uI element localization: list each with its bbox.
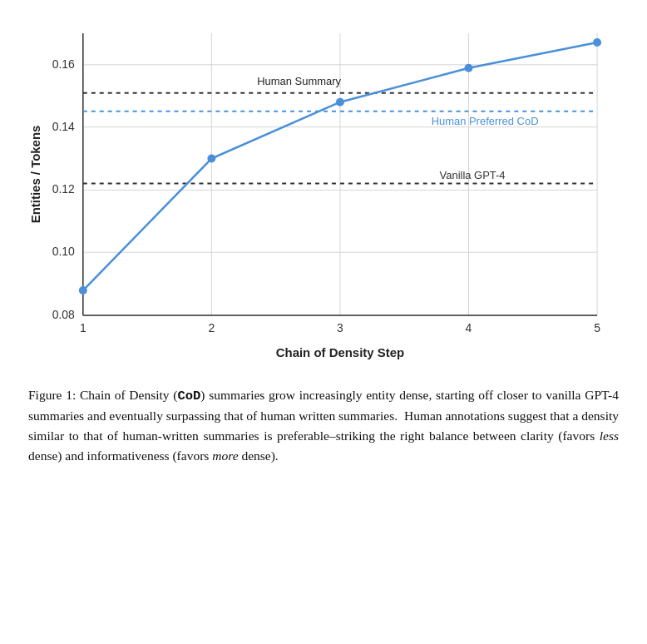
human-preferred-cod-label: Human Preferred CoD xyxy=(432,115,539,127)
less-italic: less xyxy=(600,429,619,443)
cod-point-2 xyxy=(207,155,215,163)
line-chart: 0.08 0.10 0.12 0.14 0.16 1 2 3 4 5 Chain… xyxy=(25,17,622,365)
cod-abbrev: CoD xyxy=(177,389,200,404)
y-tick-012: 0.12 xyxy=(52,182,75,196)
more-italic: more xyxy=(212,448,238,463)
y-tick-010: 0.10 xyxy=(52,245,75,258)
y-axis-label: Entities / Tokens xyxy=(28,126,42,224)
cod-point-3 xyxy=(336,98,344,107)
cod-point-1 xyxy=(79,286,87,295)
x-tick-4: 4 xyxy=(466,321,472,334)
x-tick-1: 1 xyxy=(80,321,86,334)
vanilla-gpt4-label: Vanilla GPT-4 xyxy=(440,169,506,181)
x-tick-5: 5 xyxy=(594,321,600,334)
human-summary-label: Human Summary xyxy=(257,75,341,87)
figure-caption: Figure 1: Chain of Density (CoD) summari… xyxy=(25,385,622,466)
x-tick-2: 2 xyxy=(208,321,215,334)
x-tick-3: 3 xyxy=(337,321,343,334)
y-tick-014: 0.14 xyxy=(52,120,75,133)
figure-label: Figure 1: xyxy=(28,388,76,402)
cod-point-4 xyxy=(465,64,473,72)
cod-point-5 xyxy=(593,38,601,47)
y-tick-016: 0.16 xyxy=(52,57,75,71)
x-axis-label: Chain of Density Step xyxy=(276,345,404,359)
y-tick-008: 0.08 xyxy=(52,308,75,321)
chart-container: 0.08 0.10 0.12 0.14 0.16 1 2 3 4 5 Chain… xyxy=(25,17,622,365)
